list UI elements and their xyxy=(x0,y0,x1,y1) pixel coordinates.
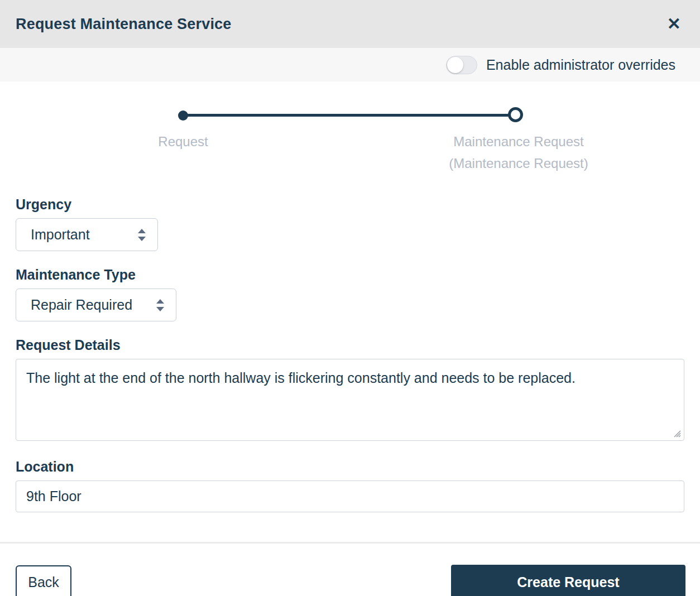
step-label-line1: Maintenance Request xyxy=(449,131,588,152)
select-arrows-icon xyxy=(137,228,146,242)
urgency-label: Urgency xyxy=(16,196,684,213)
admin-override-label: Enable administrator overrides xyxy=(486,57,675,73)
footer: Back Create Request xyxy=(0,544,700,596)
step-connector-line xyxy=(186,114,509,117)
stepper: Request Maintenance Request (Maintenance… xyxy=(0,104,700,185)
close-icon[interactable]: ✕ xyxy=(664,13,684,35)
select-arrows-icon xyxy=(156,299,165,312)
form-area: Urgency Important Maintenance Type Repai… xyxy=(0,196,700,512)
maintenance-type-group: Maintenance Type Repair Required xyxy=(16,267,684,321)
admin-override-row: Enable administrator overrides xyxy=(0,48,700,81)
modal-header: Request Maintenance Service ✕ xyxy=(0,0,700,48)
maintenance-type-select[interactable]: Repair Required xyxy=(16,289,176,321)
back-button[interactable]: Back xyxy=(16,565,71,596)
admin-override-toggle[interactable] xyxy=(446,56,477,74)
location-input[interactable] xyxy=(16,480,684,512)
location-group: Location xyxy=(16,459,684,512)
page-title: Request Maintenance Service xyxy=(16,16,232,33)
maintenance-type-label: Maintenance Type xyxy=(16,267,684,283)
step-label-request: Request xyxy=(158,131,208,152)
create-request-button[interactable]: Create Request xyxy=(451,565,685,596)
toggle-knob xyxy=(447,57,463,73)
urgency-value: Important xyxy=(31,227,90,243)
request-details-wrap: The light at the end of the north hallwa… xyxy=(16,359,684,443)
location-label: Location xyxy=(16,459,684,475)
urgency-select[interactable]: Important xyxy=(16,218,158,251)
request-details-textarea[interactable]: The light at the end of the north hallwa… xyxy=(16,359,684,441)
urgency-group: Urgency Important xyxy=(16,196,684,251)
step-label-maintenance-request: Maintenance Request (Maintenance Request… xyxy=(449,131,588,174)
step-current-ring-icon xyxy=(508,107,523,122)
maintenance-type-value: Repair Required xyxy=(31,297,132,313)
request-details-group: Request Details The light at the end of … xyxy=(16,337,684,443)
request-details-label: Request Details xyxy=(16,337,684,353)
step-label-line2: (Maintenance Request) xyxy=(449,152,588,174)
